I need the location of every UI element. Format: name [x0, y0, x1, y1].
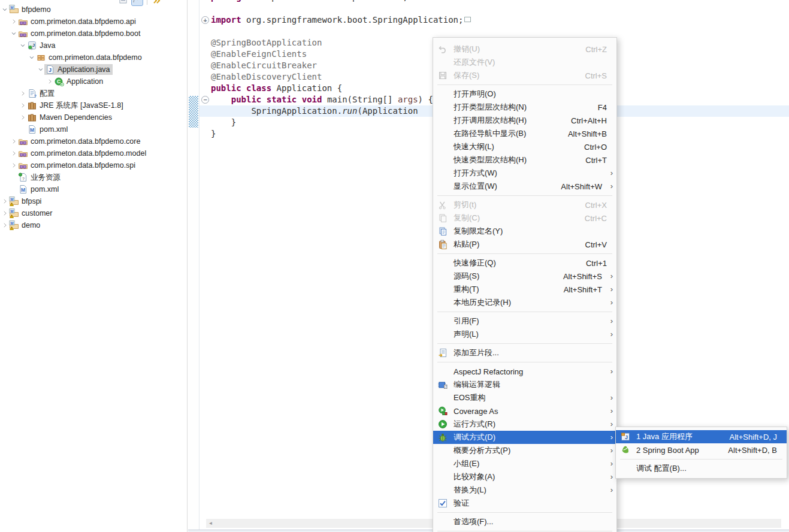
tree-item[interactable]: com.primeton.data.bfpdemo: [0, 52, 187, 64]
menu-item-java-application[interactable]: J 1 Java 应用程序 Alt+Shift+D, J: [616, 430, 787, 443]
menu-item-debug-configurations[interactable]: 调试 配置(B)...: [616, 462, 787, 475]
menu-item-open-with[interactable]: 打开方式(W) ›: [433, 167, 616, 180]
chevron-down-icon[interactable]: [37, 65, 44, 74]
chevron-right-icon[interactable]: [10, 17, 17, 26]
chevron-right-icon[interactable]: [19, 101, 26, 110]
menu-item-quick-outline[interactable]: 快速大纲(L) Ctrl+O: [433, 140, 616, 153]
chevron-right-icon[interactable]: [1, 220, 8, 230]
chevron-right-icon[interactable]: [1, 197, 8, 206]
submenu-arrow-icon: ›: [610, 393, 613, 402]
menu-item-declarations[interactable]: 声明(L) ›: [433, 328, 616, 341]
menu-separator: [437, 362, 612, 362]
menu-item-source[interactable]: 源码(S) Alt+Shift+S ›: [433, 270, 616, 283]
scroll-left-icon[interactable]: ◄: [206, 519, 215, 528]
tree-item[interactable]: J Application.java: [0, 64, 187, 75]
menu-item-show-in[interactable]: 显示位置(W) Alt+Shift+W ›: [433, 180, 616, 193]
menu-item-label: 概要分析方式(P): [454, 445, 510, 456]
tree-item-label: com.primeton.data.bfpdemo.model: [31, 149, 146, 158]
tree-item[interactable]: com.primeton.data.bfpdemo.spi: [0, 159, 187, 171]
menu-item-replace-with[interactable]: 替换为(L) ›: [433, 483, 616, 497]
chevron-right-icon[interactable]: [19, 89, 26, 98]
maven-warn-icon: M!: [9, 208, 19, 218]
tree-item-label: com.primeton.data.bfpdemo: [49, 53, 142, 62]
tree-item[interactable]: ? 业务资源: [0, 171, 187, 183]
library-icon: [27, 101, 37, 110]
tree-item[interactable]: com.primeton.data.bfpdemo.boot: [0, 28, 187, 40]
chevron-right-icon[interactable]: [46, 77, 53, 86]
svg-text:?: ?: [31, 47, 33, 51]
tree-item[interactable]: M! demo: [0, 219, 187, 231]
menu-item-open-call-hierarchy[interactable]: 打开调用层次结构(H) Ctrl+Alt+H: [433, 114, 616, 127]
run-icon: [438, 419, 448, 429]
menu-item-eos-refactor[interactable]: EOS重构 ›: [433, 391, 616, 404]
tree-item[interactable]: M pom.xml: [0, 123, 187, 135]
menu-item-aspectj-refactoring[interactable]: AspectJ Refactoring ›: [433, 365, 616, 378]
submenu-arrow-icon: ›: [610, 316, 613, 325]
menu-item-show-in-breadcrumb[interactable]: 在路径导航中显示(B) Alt+Shift+B: [433, 127, 616, 140]
menu-item-quick-fix[interactable]: 快速修正(Q) Ctrl+1: [433, 256, 616, 270]
menu-item-refactor[interactable]: 重构(T) Alt+Shift+T ›: [433, 283, 616, 296]
menu-item-spring-boot-app[interactable]: 2 Spring Boot App Alt+Shift+D, B: [616, 443, 787, 457]
menu-item-validate[interactable]: 验证: [433, 497, 616, 510]
expand-fold-icon[interactable]: +: [201, 16, 209, 24]
menu-item-open-type-hierarchy[interactable]: 打开类型层次结构(N) F4: [433, 101, 616, 114]
chevron-down-icon[interactable]: [1, 5, 8, 14]
collapsed-region-icon[interactable]: [464, 17, 471, 22]
chevron-right-icon[interactable]: [19, 113, 26, 122]
tree-item[interactable]: C Application: [0, 75, 187, 87]
module-icon: [18, 29, 28, 38]
debug-icon: [438, 433, 448, 442]
tree-item[interactable]: J? Java: [0, 40, 187, 52]
chevron-down-icon[interactable]: [19, 41, 26, 50]
tree-item[interactable]: M! bfpspi: [0, 195, 187, 207]
tree-item[interactable]: M! customer: [0, 207, 187, 219]
chevron-right-icon[interactable]: [10, 149, 17, 158]
tree-item[interactable]: JRE 系统库 [JavaSE-1.8]: [0, 99, 187, 111]
undo-icon: [438, 44, 448, 54]
chevron-down-icon[interactable]: [10, 29, 17, 38]
menu-item-preferences[interactable]: 首选项(F)...: [433, 515, 616, 528]
menu-item-local-history[interactable]: 本地历史记录(H) ›: [433, 296, 616, 309]
tree-item[interactable]: M bfpdemo: [0, 4, 187, 16]
menu-item-label: 保存(S): [454, 70, 479, 81]
menu-item-team[interactable]: 小组(E) ›: [433, 457, 616, 470]
submenu-arrow-icon: ›: [610, 459, 613, 468]
tree-item[interactable]: com.primeton.data.bfpdemo.model: [0, 147, 187, 159]
menu-item-shortcut: Alt+Shift+T: [564, 285, 602, 294]
menu-item-quick-type-hierarchy[interactable]: 快速类型层次结构(H) Ctrl+T: [433, 153, 616, 167]
svg-text:M: M: [10, 5, 13, 10]
tree-item[interactable]: ? 配置: [0, 87, 187, 99]
menu-separator: [620, 459, 782, 460]
tree-item[interactable]: M pom.xml: [0, 183, 187, 195]
save-icon: [438, 71, 448, 80]
config-icon: ?: [27, 89, 37, 98]
menu-item-add-to-snippets[interactable]: 添加至片段...: [433, 346, 616, 359]
menu-item-paste[interactable]: 粘贴(P) Ctrl+V: [433, 238, 616, 251]
menu-item-edit-operation-logic[interactable]: J 编辑运算逻辑: [433, 378, 616, 391]
menu-item-label: 复制(C): [454, 213, 480, 223]
menu-item-run-as[interactable]: 运行方式(R) ›: [433, 418, 616, 431]
menu-item-compare-with[interactable]: 比较对象(A) ›: [433, 470, 616, 483]
submenu-arrow-icon: ›: [610, 271, 613, 280]
tree-item[interactable]: Maven Dependencies: [0, 111, 187, 123]
menu-item-coverage-as[interactable]: Coverage As ›: [433, 404, 616, 418]
collapse-fold-icon[interactable]: −: [201, 96, 209, 104]
menu-item-copy-qualified-name[interactable]: 复制限定名(Y): [433, 225, 616, 238]
submenu-arrow-icon: ›: [610, 419, 613, 428]
chevron-right-icon[interactable]: [10, 161, 17, 170]
menu-separator: [437, 531, 612, 531]
tree-item[interactable]: com.primeton.data.bfpdemo.core: [0, 135, 187, 147]
chevron-right-icon[interactable]: [1, 208, 8, 218]
tree-item-label: Application: [66, 77, 103, 86]
menu-item-label: 打开声明(O): [454, 89, 496, 99]
checkbox-checked-icon: [438, 498, 448, 508]
menu-item-profile-as[interactable]: 概要分析方式(P) ›: [433, 444, 616, 457]
tree-item[interactable]: com.primeton.data.bfpdemo.api: [0, 16, 187, 28]
chevron-right-icon[interactable]: [10, 137, 17, 146]
svg-text:?: ?: [34, 94, 37, 98]
menu-item-open-declaration[interactable]: 打开声明(O): [433, 87, 616, 101]
java-src-icon: J?: [27, 41, 37, 50]
chevron-down-icon[interactable]: [28, 53, 35, 62]
menu-item-references[interactable]: 引用(F) ›: [433, 315, 616, 328]
menu-item-debug-as[interactable]: 调试方式(D) ›: [433, 431, 616, 444]
